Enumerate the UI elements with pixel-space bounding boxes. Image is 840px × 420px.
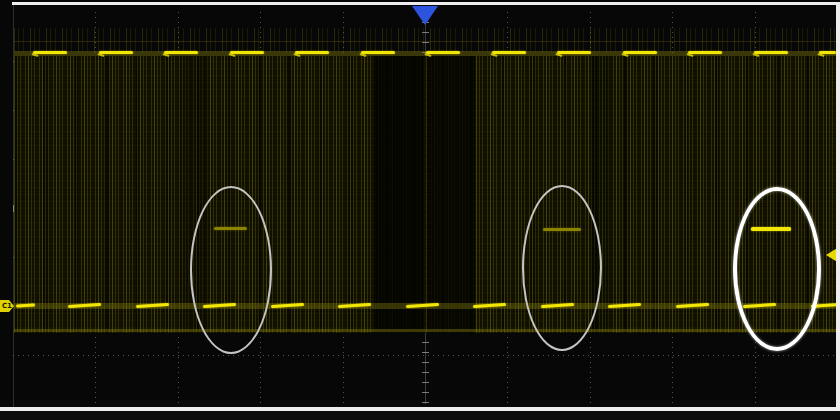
channel-offset-badge[interactable]: C1 bbox=[0, 300, 14, 312]
waveform-dash bbox=[754, 51, 788, 54]
waveform-dash bbox=[623, 51, 657, 54]
waveform-dash bbox=[819, 51, 836, 54]
noise-dark-gap bbox=[427, 56, 475, 333]
waveform-dash bbox=[688, 51, 722, 54]
screen-border-margin bbox=[0, 411, 840, 420]
waveform-dash bbox=[33, 51, 67, 54]
screen-border-top bbox=[12, 2, 840, 5]
noise-band-upper bbox=[14, 28, 836, 52]
annotation-ellipse bbox=[733, 187, 821, 351]
waveform-dash bbox=[557, 51, 591, 54]
oscilloscope-screen: C1 bbox=[0, 0, 840, 420]
waveform-dash bbox=[230, 51, 264, 54]
dim-trace-row bbox=[14, 329, 836, 332]
waveform-dash bbox=[99, 51, 133, 54]
waveform-dash bbox=[361, 51, 395, 54]
waveform-dash bbox=[426, 51, 460, 54]
waveform-dash bbox=[164, 51, 198, 54]
screen-border-right bbox=[836, 2, 840, 411]
waveform-dash bbox=[295, 51, 329, 54]
noise-dark-gap bbox=[374, 56, 424, 333]
grid-line-horizontal bbox=[13, 355, 837, 356]
waveform-dash bbox=[492, 51, 526, 54]
trigger-position-triangle-icon[interactable] bbox=[412, 6, 438, 25]
noise-band-main bbox=[14, 56, 836, 333]
dim-trace-row bbox=[14, 41, 836, 42]
annotation-ellipse bbox=[522, 185, 602, 351]
annotation-ellipse bbox=[190, 186, 272, 354]
